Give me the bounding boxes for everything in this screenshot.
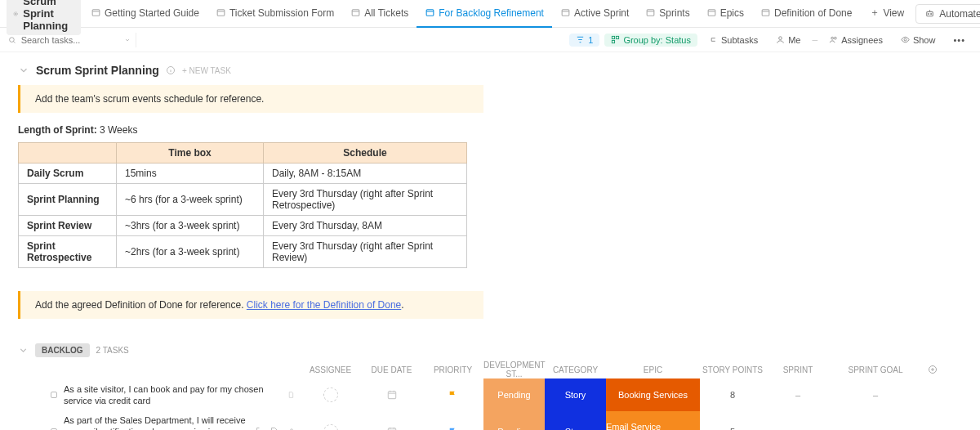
- svg-rect-18: [617, 36, 619, 38]
- column-header[interactable]: DUE DATE: [361, 365, 422, 374]
- priority-cell[interactable]: [422, 378, 483, 411]
- column-header[interactable]: PRIORITY: [422, 365, 483, 374]
- view-icon: [560, 7, 571, 18]
- svg-rect-2: [92, 10, 100, 16]
- column-header[interactable]: DEVELOPMENT ST...: [483, 361, 545, 378]
- new-task-inline[interactable]: + NEW TASK: [182, 66, 231, 75]
- add-assignee-icon[interactable]: [323, 387, 338, 402]
- svg-point-1: [14, 11, 18, 16]
- assignee-cell[interactable]: [300, 378, 361, 411]
- svg-rect-8: [708, 10, 715, 16]
- subtask-icon: [709, 35, 718, 44]
- task-title: As part of the Sales Department, I will …: [64, 414, 246, 430]
- svg-rect-4: [352, 10, 359, 16]
- svg-point-21: [831, 37, 834, 39]
- epic-chip[interactable]: Email Service Integration: [606, 411, 700, 430]
- tab-active-sprint[interactable]: Active Sprint: [552, 0, 637, 28]
- add-assignee-icon[interactable]: [323, 424, 338, 430]
- filter-button[interactable]: 1: [569, 34, 599, 47]
- view-icon: [706, 7, 717, 18]
- svg-point-0: [15, 12, 16, 14]
- backlog-status-pill[interactable]: BACKLOG: [35, 343, 90, 357]
- svg-rect-26: [388, 392, 395, 399]
- sprint-icon: [13, 8, 18, 20]
- goal-cell[interactable]: –: [831, 378, 920, 411]
- priority-cell[interactable]: [422, 411, 483, 430]
- chevron-down-icon[interactable]: [124, 36, 131, 44]
- status-dot[interactable]: [51, 392, 57, 398]
- column-header[interactable]: SPRINT: [765, 365, 831, 374]
- dod-link[interactable]: Click here for the Definition of Done: [247, 299, 401, 311]
- expand-task-icon[interactable]: [256, 427, 265, 430]
- assignee-cell[interactable]: [300, 411, 361, 430]
- category-chip[interactable]: Story: [545, 411, 606, 430]
- group-by-button[interactable]: Group by: Status: [604, 34, 697, 47]
- add-view-button[interactable]: ＋View: [862, 0, 912, 28]
- subtasks-button[interactable]: Subtasks: [702, 34, 764, 47]
- robot-icon: [924, 8, 935, 19]
- task-row[interactable]: As a site visitor, I can book and pay fo…: [18, 378, 962, 411]
- svg-point-12: [931, 14, 932, 15]
- table-row: Daily Scrum15minsDaily, 8AM - 8:15AM: [19, 163, 467, 184]
- row-actions[interactable]: •••: [927, 427, 939, 430]
- column-header[interactable]: EPIC: [606, 365, 700, 374]
- column-header[interactable]: ASSIGNEE: [300, 365, 361, 374]
- dev-status-chip[interactable]: Pending: [483, 378, 545, 411]
- duedate-cell[interactable]: [361, 411, 422, 430]
- view-icon: [350, 7, 361, 18]
- column-header[interactable]: [920, 365, 945, 374]
- view-icon: [645, 7, 656, 18]
- show-button[interactable]: Show: [894, 34, 942, 47]
- filter-bar: 1 Group by: Status Subtasks Me – Assigne…: [0, 28, 980, 52]
- points-cell[interactable]: 5: [700, 411, 765, 430]
- collapse-icon[interactable]: [18, 345, 29, 356]
- tag-icon[interactable]: [270, 427, 280, 430]
- tab-definition-of-done[interactable]: Definition of Done: [752, 0, 860, 28]
- tab-sprints[interactable]: Sprints: [637, 0, 697, 28]
- filter-icon: [576, 35, 585, 44]
- info-icon[interactable]: [166, 65, 176, 75]
- search-input[interactable]: [21, 35, 119, 45]
- plus-icon[interactable]: [928, 365, 938, 374]
- duedate-cell[interactable]: [361, 378, 422, 411]
- svg-rect-3: [217, 10, 225, 16]
- assignees-button[interactable]: Assignees: [822, 34, 889, 47]
- edit-icon[interactable]: [285, 427, 295, 430]
- search-icon: [8, 35, 16, 45]
- sprint-cell[interactable]: –: [765, 378, 831, 411]
- goal-cell[interactable]: –: [831, 411, 920, 430]
- column-header[interactable]: CATEGORY: [545, 365, 606, 374]
- column-header[interactable]: SPRINT GOAL: [831, 365, 920, 374]
- backlog-header: BACKLOG 2 TASKS: [18, 343, 962, 357]
- view-tabs: Getting Started GuideTicket Submission F…: [82, 0, 861, 28]
- more-button[interactable]: •••: [947, 34, 972, 47]
- search-box[interactable]: [8, 35, 131, 45]
- tab-all-tickets[interactable]: All Tickets: [342, 0, 416, 28]
- tab-ticket-submission-form[interactable]: Ticket Submission Form: [207, 0, 342, 28]
- view-icon: [91, 7, 101, 18]
- tab-getting-started-guide[interactable]: Getting Started Guide: [82, 0, 207, 28]
- column-header[interactable]: STORY POINTS: [700, 365, 765, 374]
- view-icon: [216, 7, 226, 18]
- dev-status-chip[interactable]: Pending: [483, 411, 545, 430]
- points-cell[interactable]: 8: [700, 378, 765, 411]
- epic-chip[interactable]: Booking Services: [606, 378, 700, 411]
- me-button[interactable]: Me: [769, 34, 807, 47]
- task-title: As a site visitor, I can book and pay fo…: [64, 383, 278, 407]
- sprint-cell[interactable]: –: [765, 411, 831, 430]
- breadcrumb[interactable]: Scrum Sprint Planning: [7, 0, 81, 35]
- svg-rect-5: [426, 10, 434, 16]
- top-bar: Scrum Sprint Planning Getting Started Gu…: [0, 0, 980, 28]
- svg-point-11: [929, 14, 929, 15]
- task-row[interactable]: As part of the Sales Department, I will …: [18, 411, 962, 430]
- column-headers: ASSIGNEEDUE DATEPRIORITYDEVELOPMENT ST..…: [18, 361, 962, 378]
- svg-rect-19: [612, 40, 615, 43]
- tab-epics[interactable]: Epics: [698, 0, 752, 28]
- tab-for-backlog-refinement[interactable]: For Backlog Refinement: [416, 0, 552, 28]
- svg-point-16: [10, 37, 15, 42]
- doc-icon: [287, 390, 295, 400]
- expand-icon[interactable]: [18, 65, 29, 76]
- automate-button[interactable]: Automate: [915, 4, 980, 24]
- main-content: Scrum Sprint Planning + NEW TASK Add the…: [0, 52, 980, 430]
- category-chip[interactable]: Story: [545, 378, 606, 411]
